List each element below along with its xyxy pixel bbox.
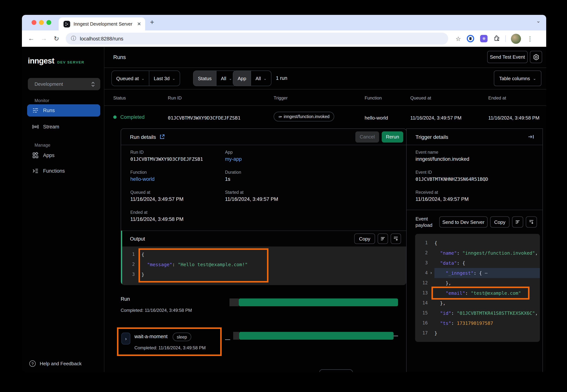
divider [104, 68, 546, 68]
code-text: "id": "01JCVBTMTKR41S8STTKEXSKX6C", [434, 308, 538, 318]
queued-at-label: Queued at [130, 190, 150, 195]
chev-spacer [428, 278, 434, 288]
sidebar-item-functions[interactable]: Functions [27, 165, 100, 177]
send-test-event-button[interactable]: Send Test Event [487, 51, 528, 63]
trigger-details-header: Trigger details [407, 129, 542, 145]
run-row-status[interactable]: Completed [113, 114, 145, 120]
code-text: "email": "test@example.com" [434, 288, 521, 298]
code-text: { [434, 238, 437, 248]
tab-overflow-icon[interactable]: ⌄ [536, 18, 540, 24]
trigger-badge[interactable]: «• inngest/function.invoked [274, 112, 334, 121]
new-tab-button[interactable]: + [150, 18, 154, 26]
time-range-filter[interactable]: Last 3d⌄ [149, 71, 180, 86]
column-header-status[interactable]: Status [113, 95, 126, 101]
app-filter-value[interactable]: All⌄ [251, 71, 271, 86]
code-line: 1{ [415, 238, 540, 248]
table-columns-button[interactable]: Table columns⌄ [494, 70, 541, 86]
scroll-to-bottom-button[interactable] [391, 234, 401, 244]
column-header-run-id[interactable]: Run ID [168, 95, 182, 101]
timeline-step-bar[interactable] [239, 332, 394, 340]
bookmark-star-icon[interactable]: ☆ [456, 35, 461, 42]
tab-close-icon[interactable]: ✕ [137, 21, 141, 27]
settings-gear-button[interactable] [530, 51, 542, 63]
external-link-icon[interactable] [159, 134, 165, 140]
event-icon: «• [279, 114, 282, 119]
rerun-button[interactable]: Rerun [382, 131, 403, 142]
queued-at-filter[interactable]: Queued at⌄ [112, 71, 149, 86]
chevron-down-icon: ⌄ [229, 76, 232, 80]
help-label: Help and Feedback [40, 361, 82, 366]
window-zoom-button[interactable] [46, 20, 51, 25]
browser-tab[interactable]: Inngest Development Server ✕ [59, 17, 145, 30]
column-header-function[interactable]: Function [365, 95, 382, 101]
output-code-block[interactable]: 1{2 "message": "Hello test@example.com!"… [122, 247, 406, 285]
help-question-icon: ? [29, 361, 36, 367]
browser-menu-icon[interactable]: ⋮ [527, 35, 533, 42]
back-icon[interactable]: ← [25, 35, 38, 42]
code-text: "ts": 1731790197587 [434, 318, 493, 328]
extensions-puzzle-icon[interactable] [494, 35, 500, 43]
chev-spacer [428, 318, 434, 328]
chev-spacer [428, 298, 434, 308]
partial-bottom-button[interactable] [319, 369, 353, 372]
line-number: 13 [415, 288, 428, 298]
column-header-ended-at[interactable]: Ended at [488, 95, 506, 101]
timeline-run-label[interactable]: Run [121, 296, 130, 302]
page-title: Runs [113, 54, 126, 60]
help-and-feedback[interactable]: ? Help and Feedback [29, 361, 82, 367]
collapse-panel-icon[interactable] [528, 134, 534, 140]
code-line: 3} [122, 269, 406, 280]
line-number: 15 [415, 308, 428, 318]
expand-line-icon[interactable]: › [428, 268, 434, 278]
forward-icon[interactable]: → [38, 35, 50, 42]
sidebar-item-stream[interactable]: Stream [27, 121, 100, 133]
word-wrap-button[interactable] [512, 216, 523, 227]
url-text[interactable]: localhost:8288/runs [80, 36, 123, 42]
environment-select[interactable]: Development [28, 78, 100, 90]
scroll-to-bottom-button[interactable] [526, 216, 537, 227]
code-text: "data": { [434, 258, 465, 268]
monitor-section-label: Monitor [35, 98, 49, 103]
timeline-run-queue-segment [229, 298, 239, 306]
column-header-trigger[interactable]: Trigger [274, 95, 288, 101]
reload-icon[interactable]: ↻ [50, 35, 63, 42]
column-header-queued-at[interactable]: Queued at [410, 95, 431, 101]
trigger-details-title: Trigger details [415, 134, 528, 140]
app-link[interactable]: my-app [225, 156, 242, 162]
run-row-id[interactable]: 01JCVBTMV3WXY9D3CFDEJFZSB1 [168, 115, 241, 121]
cancel-button[interactable]: Cancel [355, 131, 379, 142]
function-link[interactable]: hello-world [130, 176, 155, 182]
sidebar-item-apps[interactable]: Apps [27, 149, 100, 161]
inngest-logo: inngest [28, 56, 54, 65]
event-id-value: 01JCVBTMTKNHNHZ3SN64R51BQD [415, 176, 488, 182]
url-bar[interactable]: ⓘ localhost:8288/runs [66, 33, 448, 44]
password-manager-extension-icon[interactable] [467, 35, 474, 42]
step-expand-button[interactable]: › [121, 333, 130, 345]
line-number: 3 [415, 258, 428, 268]
event-id-label: Event ID [415, 170, 432, 174]
code-line: 1{ [122, 250, 406, 259]
trigger-badge-label: inngest/function.invoked [284, 114, 329, 119]
window-close-button[interactable] [31, 20, 36, 25]
window-minimize-button[interactable] [39, 20, 44, 25]
code-text: } [434, 328, 437, 338]
run-count: 1 run [276, 75, 287, 81]
copy-output-button[interactable]: Copy [354, 234, 375, 244]
event-name-label: Event name [415, 150, 438, 154]
site-info-icon[interactable]: ⓘ [71, 35, 76, 42]
word-wrap-button[interactable] [378, 234, 388, 244]
code-text: "name": "inngest/function.invoked", [434, 248, 538, 258]
code-line: 16 "ts": 1731790197587 [415, 318, 540, 328]
copy-payload-button[interactable]: Copy [490, 216, 510, 227]
run-row-function[interactable]: hello-world [365, 115, 388, 121]
code-line: 15 "id": "01JCVBTMTKR41S8STTKEXSKX6C", [415, 308, 540, 318]
send-to-dev-server-button[interactable]: Send to Dev Server [439, 216, 488, 227]
profile-avatar[interactable] [511, 34, 521, 44]
sidebar-item-runs[interactable]: Runs [27, 104, 100, 117]
event-payload-code-block[interactable]: 1{2 "name": "inngest/function.invoked",3… [415, 234, 540, 342]
timeline-step-queue-segment [233, 332, 239, 340]
extension-icon-purple[interactable]: ❋ [480, 35, 488, 42]
sidebar-item-label: Stream [43, 124, 59, 129]
step-name[interactable]: wait-a-moment [134, 334, 168, 339]
timeline-run-bar[interactable] [239, 298, 398, 306]
